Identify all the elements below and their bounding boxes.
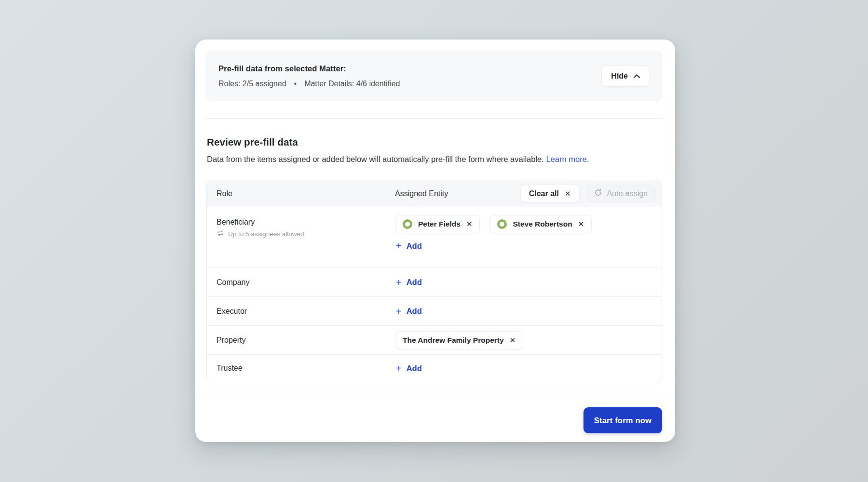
table-row-beneficiary: Beneficiary Up to 5 assignees allowed Pe… — [207, 207, 662, 268]
entity-chip-label: Peter Fields — [418, 220, 461, 228]
table-header-actions: Clear all ✕ Auto-assign — [520, 185, 656, 202]
dot-separator: • — [294, 80, 297, 88]
footer-bar: Start form now — [206, 395, 662, 433]
start-form-now-button[interactable]: Start form now — [583, 407, 662, 433]
person-avatar — [497, 219, 507, 229]
add-button-label: Add — [407, 278, 422, 287]
section-divider — [206, 118, 662, 119]
roles-table: Role Assigned Entity Clear all ✕ Auto-as… — [206, 180, 662, 382]
table-row-property: Property The Andrew Family Property ✕ — [207, 325, 662, 354]
role-cell: Property — [207, 326, 395, 354]
close-icon: ✕ — [565, 189, 571, 198]
add-entity-button[interactable]: + Add — [396, 363, 662, 373]
refresh-icon — [594, 188, 602, 199]
plus-icon: + — [396, 241, 402, 251]
clear-all-button[interactable]: Clear all ✕ — [520, 185, 580, 202]
role-label: Trustee — [217, 364, 395, 373]
entity-chip[interactable]: Peter Fields ✕ — [395, 215, 480, 233]
add-button-label: Add — [407, 307, 422, 316]
add-button-label: Add — [407, 364, 422, 373]
table-header-row: Role Assigned Entity Clear all ✕ Auto-as… — [207, 180, 662, 207]
remove-entity-icon[interactable]: ✕ — [510, 336, 516, 345]
role-cell: Beneficiary Up to 5 assignees allowed — [207, 207, 395, 268]
entity-chip[interactable]: Steve Robertson ✕ — [489, 215, 592, 233]
plus-icon: + — [396, 278, 402, 287]
remove-entity-icon[interactable]: ✕ — [466, 220, 473, 228]
entity-chip[interactable]: The Andrew Family Property ✕ — [395, 331, 523, 349]
role-cell: Executor — [207, 297, 395, 325]
add-entity-button[interactable]: + Add — [396, 307, 662, 316]
clear-all-label: Clear all — [529, 189, 559, 198]
role-label: Executor — [217, 307, 395, 316]
role-label: Company — [217, 278, 395, 287]
chip-list: The Andrew Family Property ✕ — [395, 331, 662, 349]
remove-entity-icon[interactable]: ✕ — [578, 220, 584, 228]
person-avatar — [403, 219, 412, 229]
assigned-entity-cell: The Andrew Family Property ✕ — [395, 326, 662, 354]
role-note: Up to 5 assignees allowed — [217, 230, 395, 238]
table-row-executor: Executor + Add — [207, 296, 662, 325]
role-label: Property — [217, 336, 395, 345]
table-row-company: Company + Add — [207, 268, 662, 296]
hide-button[interactable]: Hide — [601, 66, 650, 87]
entity-chip-label: The Andrew Family Property — [403, 336, 504, 345]
banner-text-group: Pre-fill data from selected Matter: Role… — [218, 64, 400, 88]
prefill-dialog-card: Pre-fill data from selected Matter: Role… — [195, 40, 675, 442]
repeat-icon — [217, 230, 224, 238]
role-note-text: Up to 5 assignees allowed — [228, 230, 304, 238]
column-header-role: Role — [207, 189, 395, 198]
add-entity-button[interactable]: + Add — [396, 278, 662, 287]
assigned-entity-cell: + Add — [395, 297, 662, 325]
table-row-trustee: Trustee + Add — [207, 354, 662, 382]
matter-details-status: Matter Details: 4/6 identified — [304, 80, 400, 88]
chevron-up-icon — [633, 72, 640, 80]
role-cell: Trustee — [207, 355, 395, 382]
add-entity-button[interactable]: + Add — [396, 241, 662, 251]
add-button-label: Add — [407, 241, 422, 251]
page-background: Pre-fill data from selected Matter: Role… — [0, 0, 868, 482]
learn-more-link[interactable]: Learn more. — [546, 155, 589, 163]
prefill-summary-banner: Pre-fill data from selected Matter: Role… — [206, 51, 662, 101]
auto-assign-button[interactable]: Auto-assign — [586, 185, 656, 202]
banner-meta: Roles: 2/5 assigned • Matter Details: 4/… — [218, 80, 400, 88]
entity-chip-label: Steve Robertson — [513, 220, 572, 228]
plus-icon: + — [396, 307, 402, 316]
auto-assign-label: Auto-assign — [607, 189, 648, 198]
assigned-entity-cell: + Add — [395, 268, 662, 296]
page-title: Review pre-fill data — [207, 136, 662, 148]
hide-button-label: Hide — [611, 72, 628, 80]
banner-title: Pre-fill data from selected Matter: — [218, 64, 400, 73]
assigned-entity-cell: Peter Fields ✕ Steve Robertson ✕ + Add — [395, 207, 662, 268]
review-description: Data from the items assigned or added be… — [207, 155, 662, 164]
review-description-text: Data from the items assigned or added be… — [207, 155, 544, 163]
plus-icon: + — [396, 363, 402, 373]
assigned-entity-cell: + Add — [395, 355, 662, 382]
roles-status: Roles: 2/5 assigned — [218, 80, 286, 88]
chip-list: Peter Fields ✕ Steve Robertson ✕ — [395, 215, 662, 233]
role-cell: Company — [207, 268, 395, 296]
role-label: Beneficiary — [217, 218, 395, 227]
column-header-assigned-entity: Assigned Entity — [395, 189, 520, 198]
